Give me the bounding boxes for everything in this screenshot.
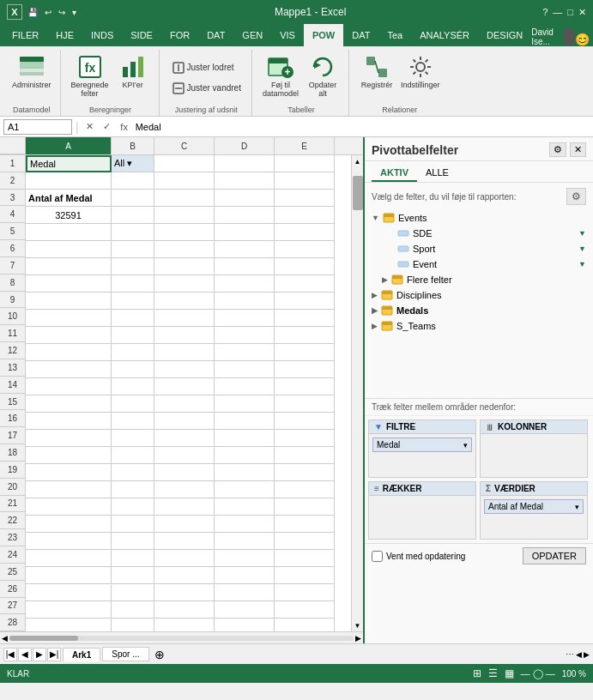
cell-A18[interactable] — [26, 447, 112, 464]
cell-D21[interactable] — [215, 498, 275, 516]
sheet-nav-next[interactable]: ▶ — [33, 648, 46, 661]
cell-B19[interactable] — [112, 464, 154, 481]
foj-til-datamodel-btn[interactable]: + Føj tildatamodel — [261, 51, 300, 100]
cell-b4[interactable] — [112, 207, 154, 224]
cell-B26[interactable] — [112, 584, 154, 601]
cell-B5[interactable] — [112, 224, 154, 241]
cell-C15[interactable] — [154, 395, 215, 413]
cell-D27[interactable] — [215, 601, 275, 619]
tab-tea[interactable]: Tea — [378, 24, 411, 46]
cell-C19[interactable] — [154, 464, 215, 481]
hscroll-right-btn[interactable]: ▶ — [355, 634, 361, 643]
cell-D23[interactable] — [215, 533, 275, 550]
cell-A25[interactable] — [26, 567, 112, 584]
cell-C11[interactable] — [154, 327, 215, 344]
vaerdier-medal-tag[interactable]: Antal af Medal ▾ — [484, 499, 584, 514]
hscroll-left2[interactable]: ◀ — [576, 650, 582, 659]
cell-C27[interactable] — [154, 601, 215, 619]
tab-design[interactable]: DESIGN — [478, 24, 531, 46]
cell-C16[interactable] — [154, 413, 215, 430]
cell-D6[interactable] — [215, 241, 275, 258]
cell-E10[interactable] — [275, 310, 335, 327]
cell-A9[interactable] — [26, 293, 112, 310]
cell-E8[interactable] — [275, 275, 335, 293]
tab-side[interactable]: SIDE — [122, 24, 161, 46]
cell-B25[interactable] — [112, 567, 154, 584]
sheet-options-btn[interactable]: ⋯ — [566, 649, 574, 659]
juster-lodret-btn[interactable]: Juster lodret — [168, 59, 238, 76]
col-header-b[interactable]: B — [112, 137, 154, 154]
cell-D28[interactable] — [215, 619, 275, 631]
cell-A22[interactable] — [26, 516, 112, 533]
expand-medals-btn[interactable]: ▶ — [372, 306, 378, 315]
cell-D19[interactable] — [215, 464, 275, 481]
cell-C9[interactable] — [154, 293, 215, 310]
tab-pow[interactable]: POW — [304, 24, 343, 46]
cell-E6[interactable] — [275, 241, 335, 258]
cell-d4[interactable] — [215, 207, 275, 224]
cell-B12[interactable] — [112, 344, 154, 361]
cell-e4[interactable] — [275, 207, 335, 224]
kpier-btn[interactable]: KPI'er — [114, 51, 152, 91]
hscroll-thumb[interactable] — [9, 636, 78, 641]
cell-A7[interactable] — [26, 258, 112, 275]
cell-B24[interactable] — [112, 550, 154, 567]
registrer-btn[interactable]: Registrér — [358, 51, 396, 91]
cell-c4[interactable] — [154, 207, 215, 224]
cell-D13[interactable] — [215, 361, 275, 378]
cell-a2[interactable] — [26, 172, 112, 190]
cell-c2[interactable] — [154, 172, 215, 190]
cell-A17[interactable] — [26, 430, 112, 447]
sheet-tab-ark1[interactable]: Ark1 — [63, 648, 100, 661]
cell-B9[interactable] — [112, 293, 154, 310]
cell-C8[interactable] — [154, 275, 215, 293]
cell-E28[interactable] — [275, 619, 335, 631]
cell-e2[interactable] — [275, 172, 335, 190]
view-normal-btn[interactable]: ⊞ — [473, 667, 481, 679]
cell-E20[interactable] — [275, 481, 335, 498]
sheet-tab-spor[interactable]: Spor ... — [102, 647, 148, 661]
cell-D10[interactable] — [215, 310, 275, 327]
minimize-btn[interactable]: — — [553, 7, 562, 17]
help-btn[interactable]: ? — [542, 7, 548, 17]
cell-B18[interactable] — [112, 447, 154, 464]
save-btn[interactable]: 💾 — [26, 6, 39, 19]
cell-A11[interactable] — [26, 327, 112, 344]
cell-C6[interactable] — [154, 241, 215, 258]
cell-d1[interactable] — [215, 155, 275, 172]
cell-B23[interactable] — [112, 533, 154, 550]
cell-D8[interactable] — [215, 275, 275, 293]
hscroll-left-btn[interactable]: ◀ — [2, 634, 8, 643]
cell-E25[interactable] — [275, 567, 335, 584]
expand-disciplines-btn[interactable]: ▶ — [372, 291, 378, 299]
indstillinger-btn[interactable]: Indstillinger — [399, 51, 442, 91]
pivot-tab-alle[interactable]: ALLE — [417, 165, 457, 182]
cell-C25[interactable] — [154, 567, 215, 584]
scroll-up-btn[interactable]: ▲ — [352, 155, 364, 167]
cell-D22[interactable] — [215, 516, 275, 533]
cell-e3[interactable] — [275, 190, 335, 207]
cell-E5[interactable] — [275, 224, 335, 241]
cell-A6[interactable] — [26, 241, 112, 258]
cell-A21[interactable] — [26, 498, 112, 516]
cell-A23[interactable] — [26, 533, 112, 550]
cell-B6[interactable] — [112, 241, 154, 258]
cell-C14[interactable] — [154, 378, 215, 395]
cell-d2[interactable] — [215, 172, 275, 190]
cell-D12[interactable] — [215, 344, 275, 361]
defer-update-check[interactable]: Vent med opdatering — [372, 551, 465, 562]
cell-A10[interactable] — [26, 310, 112, 327]
cell-c1[interactable] — [154, 155, 215, 172]
expand-steams-btn[interactable]: ▶ — [372, 322, 378, 330]
beregnede-felter-btn[interactable]: fx Beregnedefelter — [70, 51, 111, 100]
cell-E26[interactable] — [275, 584, 335, 601]
cell-E12[interactable] — [275, 344, 335, 361]
cell-B13[interactable] — [112, 361, 154, 378]
cell-C20[interactable] — [154, 481, 215, 498]
close-btn[interactable]: ✕ — [578, 7, 586, 18]
cell-b2[interactable] — [112, 172, 154, 190]
cell-B7[interactable] — [112, 258, 154, 275]
cell-A14[interactable] — [26, 378, 112, 395]
cell-d3[interactable] — [215, 190, 275, 207]
field-steams[interactable]: ▶ S_Teams — [365, 318, 593, 334]
